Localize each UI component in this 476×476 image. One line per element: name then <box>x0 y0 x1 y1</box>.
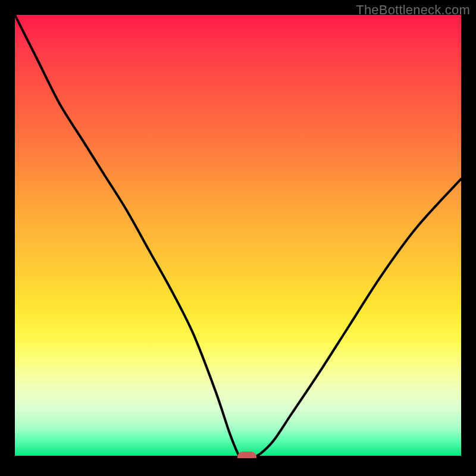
plot-area <box>15 15 461 458</box>
bottleneck-curve <box>15 15 461 458</box>
chart-frame: TheBottleneck.com <box>0 0 476 476</box>
watermark-text: TheBottleneck.com <box>356 2 470 18</box>
optimal-marker <box>237 452 256 458</box>
